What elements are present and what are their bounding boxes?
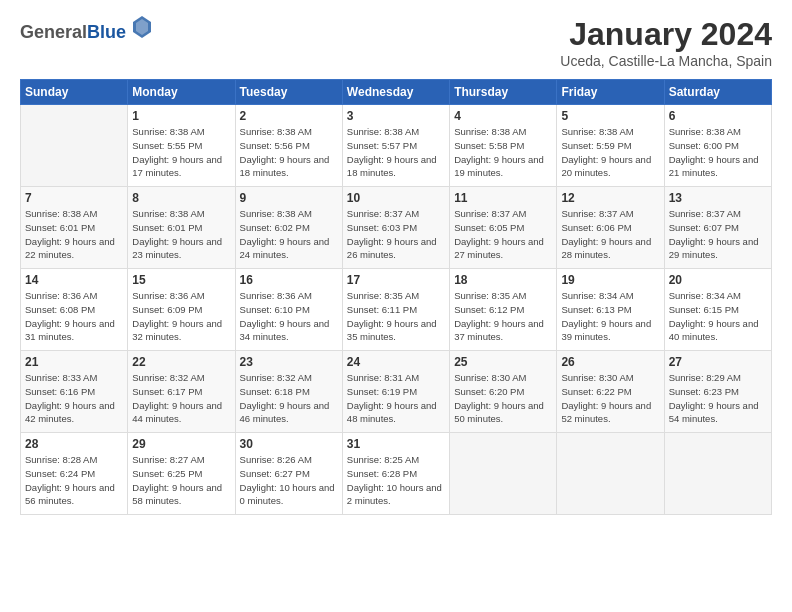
day-number: 13 [669, 191, 767, 205]
day-cell: 6Sunrise: 8:38 AMSunset: 6:00 PMDaylight… [664, 105, 771, 187]
week-row-4: 21Sunrise: 8:33 AMSunset: 6:16 PMDayligh… [21, 351, 772, 433]
day-cell: 22Sunrise: 8:32 AMSunset: 6:17 PMDayligh… [128, 351, 235, 433]
day-number: 31 [347, 437, 445, 451]
day-number: 26 [561, 355, 659, 369]
day-info: Sunrise: 8:29 AMSunset: 6:23 PMDaylight:… [669, 371, 767, 426]
day-cell: 31Sunrise: 8:25 AMSunset: 6:28 PMDayligh… [342, 433, 449, 515]
day-number: 6 [669, 109, 767, 123]
day-cell: 28Sunrise: 8:28 AMSunset: 6:24 PMDayligh… [21, 433, 128, 515]
week-row-3: 14Sunrise: 8:36 AMSunset: 6:08 PMDayligh… [21, 269, 772, 351]
header: GeneralBlue January 2024 Uceda, Castille… [20, 16, 772, 69]
day-cell: 5Sunrise: 8:38 AMSunset: 5:59 PMDaylight… [557, 105, 664, 187]
header-row: SundayMondayTuesdayWednesdayThursdayFrid… [21, 80, 772, 105]
logo: GeneralBlue [20, 16, 151, 43]
day-number: 5 [561, 109, 659, 123]
header-day-tuesday: Tuesday [235, 80, 342, 105]
day-info: Sunrise: 8:38 AMSunset: 5:57 PMDaylight:… [347, 125, 445, 180]
day-number: 21 [25, 355, 123, 369]
day-info: Sunrise: 8:34 AMSunset: 6:13 PMDaylight:… [561, 289, 659, 344]
day-number: 11 [454, 191, 552, 205]
day-cell: 25Sunrise: 8:30 AMSunset: 6:20 PMDayligh… [450, 351, 557, 433]
day-cell: 8Sunrise: 8:38 AMSunset: 6:01 PMDaylight… [128, 187, 235, 269]
day-number: 25 [454, 355, 552, 369]
day-info: Sunrise: 8:35 AMSunset: 6:11 PMDaylight:… [347, 289, 445, 344]
day-info: Sunrise: 8:38 AMSunset: 6:00 PMDaylight:… [669, 125, 767, 180]
day-cell: 3Sunrise: 8:38 AMSunset: 5:57 PMDaylight… [342, 105, 449, 187]
header-day-sunday: Sunday [21, 80, 128, 105]
day-number: 2 [240, 109, 338, 123]
day-info: Sunrise: 8:36 AMSunset: 6:10 PMDaylight:… [240, 289, 338, 344]
day-number: 22 [132, 355, 230, 369]
day-cell: 15Sunrise: 8:36 AMSunset: 6:09 PMDayligh… [128, 269, 235, 351]
day-number: 20 [669, 273, 767, 287]
day-number: 9 [240, 191, 338, 205]
day-cell: 19Sunrise: 8:34 AMSunset: 6:13 PMDayligh… [557, 269, 664, 351]
day-cell: 4Sunrise: 8:38 AMSunset: 5:58 PMDaylight… [450, 105, 557, 187]
day-info: Sunrise: 8:35 AMSunset: 6:12 PMDaylight:… [454, 289, 552, 344]
day-cell [450, 433, 557, 515]
week-row-2: 7Sunrise: 8:38 AMSunset: 6:01 PMDaylight… [21, 187, 772, 269]
day-cell [21, 105, 128, 187]
day-number: 16 [240, 273, 338, 287]
day-info: Sunrise: 8:38 AMSunset: 5:59 PMDaylight:… [561, 125, 659, 180]
day-number: 12 [561, 191, 659, 205]
title-block: January 2024 Uceda, Castille-La Mancha, … [560, 16, 772, 69]
day-info: Sunrise: 8:38 AMSunset: 6:01 PMDaylight:… [25, 207, 123, 262]
logo-blue: Blue [87, 22, 126, 42]
day-info: Sunrise: 8:30 AMSunset: 6:22 PMDaylight:… [561, 371, 659, 426]
day-info: Sunrise: 8:28 AMSunset: 6:24 PMDaylight:… [25, 453, 123, 508]
day-number: 4 [454, 109, 552, 123]
day-number: 18 [454, 273, 552, 287]
day-info: Sunrise: 8:38 AMSunset: 6:02 PMDaylight:… [240, 207, 338, 262]
day-info: Sunrise: 8:38 AMSunset: 5:58 PMDaylight:… [454, 125, 552, 180]
day-number: 10 [347, 191, 445, 205]
day-number: 3 [347, 109, 445, 123]
week-row-1: 1Sunrise: 8:38 AMSunset: 5:55 PMDaylight… [21, 105, 772, 187]
calendar-page: GeneralBlue January 2024 Uceda, Castille… [0, 0, 792, 525]
day-info: Sunrise: 8:38 AMSunset: 5:55 PMDaylight:… [132, 125, 230, 180]
day-cell: 10Sunrise: 8:37 AMSunset: 6:03 PMDayligh… [342, 187, 449, 269]
day-cell: 17Sunrise: 8:35 AMSunset: 6:11 PMDayligh… [342, 269, 449, 351]
day-info: Sunrise: 8:37 AMSunset: 6:06 PMDaylight:… [561, 207, 659, 262]
day-info: Sunrise: 8:37 AMSunset: 6:07 PMDaylight:… [669, 207, 767, 262]
logo-icon [133, 16, 151, 38]
day-info: Sunrise: 8:36 AMSunset: 6:08 PMDaylight:… [25, 289, 123, 344]
header-day-thursday: Thursday [450, 80, 557, 105]
day-cell: 7Sunrise: 8:38 AMSunset: 6:01 PMDaylight… [21, 187, 128, 269]
day-info: Sunrise: 8:36 AMSunset: 6:09 PMDaylight:… [132, 289, 230, 344]
day-info: Sunrise: 8:34 AMSunset: 6:15 PMDaylight:… [669, 289, 767, 344]
day-number: 28 [25, 437, 123, 451]
day-cell: 18Sunrise: 8:35 AMSunset: 6:12 PMDayligh… [450, 269, 557, 351]
day-cell: 30Sunrise: 8:26 AMSunset: 6:27 PMDayligh… [235, 433, 342, 515]
day-number: 1 [132, 109, 230, 123]
day-cell: 27Sunrise: 8:29 AMSunset: 6:23 PMDayligh… [664, 351, 771, 433]
day-info: Sunrise: 8:37 AMSunset: 6:03 PMDaylight:… [347, 207, 445, 262]
day-cell [557, 433, 664, 515]
day-number: 19 [561, 273, 659, 287]
day-info: Sunrise: 8:31 AMSunset: 6:19 PMDaylight:… [347, 371, 445, 426]
day-cell: 11Sunrise: 8:37 AMSunset: 6:05 PMDayligh… [450, 187, 557, 269]
day-number: 7 [25, 191, 123, 205]
day-number: 14 [25, 273, 123, 287]
day-number: 8 [132, 191, 230, 205]
day-info: Sunrise: 8:38 AMSunset: 6:01 PMDaylight:… [132, 207, 230, 262]
day-cell: 13Sunrise: 8:37 AMSunset: 6:07 PMDayligh… [664, 187, 771, 269]
day-info: Sunrise: 8:32 AMSunset: 6:17 PMDaylight:… [132, 371, 230, 426]
day-info: Sunrise: 8:26 AMSunset: 6:27 PMDaylight:… [240, 453, 338, 508]
day-cell: 23Sunrise: 8:32 AMSunset: 6:18 PMDayligh… [235, 351, 342, 433]
day-cell: 26Sunrise: 8:30 AMSunset: 6:22 PMDayligh… [557, 351, 664, 433]
day-cell: 9Sunrise: 8:38 AMSunset: 6:02 PMDaylight… [235, 187, 342, 269]
day-info: Sunrise: 8:27 AMSunset: 6:25 PMDaylight:… [132, 453, 230, 508]
week-row-5: 28Sunrise: 8:28 AMSunset: 6:24 PMDayligh… [21, 433, 772, 515]
day-cell: 24Sunrise: 8:31 AMSunset: 6:19 PMDayligh… [342, 351, 449, 433]
day-cell: 29Sunrise: 8:27 AMSunset: 6:25 PMDayligh… [128, 433, 235, 515]
day-number: 24 [347, 355, 445, 369]
location: Uceda, Castille-La Mancha, Spain [560, 53, 772, 69]
logo-general: General [20, 22, 87, 42]
day-cell: 21Sunrise: 8:33 AMSunset: 6:16 PMDayligh… [21, 351, 128, 433]
header-day-saturday: Saturday [664, 80, 771, 105]
day-cell: 16Sunrise: 8:36 AMSunset: 6:10 PMDayligh… [235, 269, 342, 351]
month-title: January 2024 [560, 16, 772, 53]
day-cell: 2Sunrise: 8:38 AMSunset: 5:56 PMDaylight… [235, 105, 342, 187]
day-cell [664, 433, 771, 515]
